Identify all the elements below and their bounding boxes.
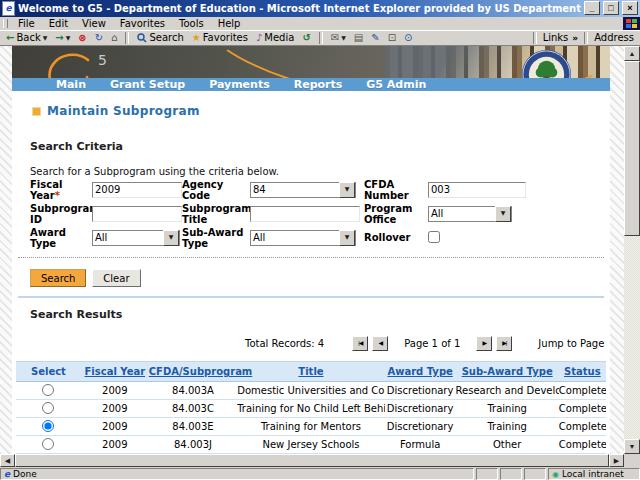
- stop-icon: ⊗: [78, 32, 86, 44]
- vertical-scrollbar[interactable]: ▲ ▼: [624, 46, 640, 454]
- search-button[interactable]: Search: [30, 269, 86, 287]
- award-type-select[interactable]: All ▼: [92, 230, 180, 246]
- cell-sub-award-type: Research and Development: [456, 382, 559, 400]
- rollover-checkbox[interactable]: [428, 231, 440, 243]
- menu-file[interactable]: File: [11, 18, 42, 29]
- dropdown-arrow-icon[interactable]: ▼: [339, 230, 355, 246]
- horizontal-scrollbar[interactable]: ◀ ▶: [0, 454, 624, 467]
- favorites-star-icon: ★: [192, 32, 201, 44]
- cell-award-type: Discretionary: [385, 400, 456, 418]
- row-select-radio[interactable]: [42, 384, 54, 396]
- minimize-button[interactable]: _: [584, 1, 600, 15]
- column-title[interactable]: Title: [237, 362, 385, 382]
- status-ie-icon: e: [4, 469, 10, 479]
- row-select-radio[interactable]: [42, 402, 54, 414]
- dropdown-arrow-icon[interactable]: ▼: [163, 230, 179, 246]
- agency-code-select[interactable]: 84 ▼: [250, 182, 356, 198]
- restore-button[interactable]: □: [603, 1, 619, 15]
- discuss-button[interactable]: ⊡: [385, 31, 399, 45]
- main-nav: Main Grant Setup Payments Reports G5 Adm…: [12, 78, 610, 91]
- scroll-right-icon[interactable]: ▶: [609, 454, 624, 467]
- cell-sub-award-type: Training: [456, 400, 559, 418]
- history-button[interactable]: ↺: [299, 31, 313, 45]
- row-select-radio[interactable]: [42, 420, 54, 432]
- history-icon: ↺: [302, 32, 310, 44]
- dropdown-arrow-icon[interactable]: ▼: [339, 182, 355, 198]
- vertical-scroll-track[interactable]: [624, 236, 640, 439]
- messenger-button[interactable]: ⊙: [401, 31, 415, 45]
- forward-dropdown-icon[interactable]: ▼: [66, 34, 71, 41]
- stop-button[interactable]: ⊗: [75, 31, 89, 45]
- cfda-number-field[interactable]: [428, 182, 526, 198]
- scroll-down-icon[interactable]: ▼: [624, 439, 640, 454]
- subprogram-id-field[interactable]: [92, 206, 182, 222]
- first-page-button[interactable]: |◀: [352, 336, 368, 351]
- menu-view[interactable]: View: [75, 18, 113, 29]
- status-bar: e Done ◉ Local intranet: [0, 467, 640, 480]
- favorites-button[interactable]: ★ Favorites: [189, 31, 251, 45]
- cell-cfda: 84.003C: [149, 400, 238, 418]
- back-icon: ←: [6, 32, 14, 44]
- forward-button[interactable]: → ▼: [52, 31, 73, 45]
- address-bar-label[interactable]: Address: [591, 31, 637, 45]
- nav-reports[interactable]: Reports: [294, 78, 343, 91]
- search-icon: [137, 33, 147, 43]
- menu-favorites[interactable]: Favorites: [113, 18, 172, 29]
- vertical-scroll-thumb[interactable]: [624, 61, 640, 236]
- banner-tagline: Empowering the grant community.: [116, 76, 313, 78]
- horizontal-scroll-thumb[interactable]: [15, 454, 609, 467]
- scroll-up-icon[interactable]: ▲: [624, 46, 640, 61]
- refresh-button[interactable]: ↻: [92, 31, 106, 45]
- subprogram-title-field[interactable]: [250, 206, 360, 222]
- menu-help[interactable]: Help: [211, 18, 248, 29]
- prev-page-button[interactable]: ◀: [372, 336, 388, 351]
- toolbar-separator: [319, 32, 323, 44]
- dropdown-arrow-icon[interactable]: ▼: [495, 206, 511, 222]
- nav-grant-setup[interactable]: Grant Setup: [110, 78, 185, 91]
- cell-fiscal-year: 2009: [81, 400, 149, 418]
- search-results-table: Select Fiscal Year CFDA/Subprogram Title…: [16, 361, 606, 454]
- browser-window: e Welcome to G5 - Department of Educatio…: [0, 0, 640, 480]
- menu-tools[interactable]: Tools: [172, 18, 211, 29]
- column-cfda-subprogram[interactable]: CFDA/Subprogram: [149, 362, 238, 382]
- agency-code-label: Agency Code: [182, 179, 250, 201]
- column-award-type[interactable]: Award Type: [385, 362, 456, 382]
- back-dropdown-icon[interactable]: ▼: [43, 34, 48, 41]
- column-fiscal-year[interactable]: Fiscal Year: [81, 362, 149, 382]
- home-button[interactable]: ⌂: [108, 31, 120, 45]
- sub-award-type-select[interactable]: All ▼: [250, 230, 356, 246]
- back-label: Back: [16, 32, 40, 43]
- next-page-button[interactable]: ▶: [476, 336, 492, 351]
- clear-button[interactable]: Clear: [92, 269, 140, 287]
- last-page-button[interactable]: ▶|: [496, 336, 512, 351]
- scroll-left-icon[interactable]: ◀: [0, 454, 15, 467]
- pagination-bar: Total Records: 4 |◀ ◀ Page 1 of 1 ▶ ▶| J…: [12, 335, 600, 351]
- column-sub-award-type[interactable]: Sub-Award Type: [456, 362, 559, 382]
- refresh-icon: ↻: [95, 32, 103, 44]
- window-title: Welcome to G5 - Department of Education …: [18, 3, 581, 14]
- close-button[interactable]: ×: [622, 1, 638, 15]
- back-button[interactable]: ← Back ▼: [3, 31, 50, 45]
- links-bar[interactable]: Links »: [540, 31, 582, 45]
- results-header-row: Select Fiscal Year CFDA/Subprogram Title…: [16, 362, 606, 382]
- table-row: 2009 84.003E Training for Mentors Discre…: [16, 418, 606, 436]
- nav-g5-admin[interactable]: G5 Admin: [366, 78, 426, 91]
- edit-button[interactable]: ✎: [368, 31, 382, 45]
- nav-main[interactable]: Main: [56, 78, 86, 91]
- windows-logo-icon: [623, 17, 640, 30]
- program-office-select[interactable]: All ▼: [428, 206, 512, 222]
- media-button[interactable]: ♪ Media: [253, 31, 297, 45]
- cfda-number-label: CFDA Number: [364, 179, 428, 201]
- menu-edit[interactable]: Edit: [42, 18, 75, 29]
- mail-dropdown-icon[interactable]: ▼: [341, 34, 346, 41]
- fiscal-year-field[interactable]: [92, 182, 182, 198]
- status-pane: [500, 468, 522, 480]
- row-select-radio[interactable]: [42, 438, 54, 450]
- column-status[interactable]: Status: [559, 362, 606, 382]
- nav-payments[interactable]: Payments: [209, 78, 270, 91]
- search-label: Search: [149, 32, 183, 43]
- print-button[interactable]: ▤: [351, 31, 366, 45]
- search-button-toolbar[interactable]: Search: [134, 31, 186, 45]
- mail-button[interactable]: ✉ ▼: [328, 31, 349, 45]
- media-icon: ♪: [256, 32, 262, 44]
